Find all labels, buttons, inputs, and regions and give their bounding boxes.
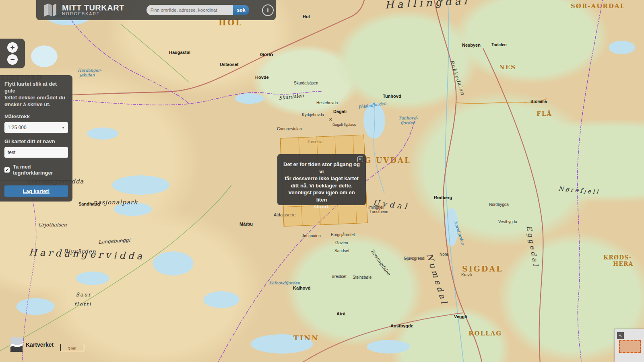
map-label: FLÅ: [537, 111, 552, 117]
map-label: Hardanger-: [78, 68, 101, 72]
scale-label: Målestokk: [4, 113, 68, 119]
map-label: Kalhovdfjorden: [269, 281, 300, 285]
close-icon[interactable]: ✕: [357, 156, 363, 162]
search-bar: søk: [147, 5, 249, 15]
print-panel: Flytt kartet slik at det gule feltet dek…: [0, 75, 72, 202]
trail-line: [0, 185, 231, 352]
map-label: Nore: [440, 253, 448, 257]
map-label: Dagali flyplass: [332, 123, 356, 127]
zoom-in-button[interactable]: +: [7, 42, 18, 53]
app-subtitle: NORGESKART: [62, 12, 124, 16]
map-label: Turistheim: [369, 210, 388, 214]
legend-checkbox-label: Ta med tegnforklaringer: [13, 164, 68, 176]
map-label: Steinsbøle: [353, 276, 372, 280]
print-instruction: Flytt kartet slik at det gule feltet dek…: [4, 80, 68, 108]
map-label: Jønsnuten: [302, 234, 321, 238]
map-label: Nesbyen: [462, 43, 481, 47]
map-label: SØR-AURDAL: [571, 3, 625, 9]
chevron-down-icon: ▼: [62, 126, 65, 130]
kartverket-logo-icon: [10, 337, 23, 352]
attribution-brand: Kartverket: [26, 341, 54, 348]
map-label: Rødberg: [434, 195, 452, 200]
map-label: jøkulen: [80, 73, 95, 77]
road-line: [300, 313, 463, 362]
map-label: HERA: [613, 261, 633, 267]
map-label: Tunhovd: [383, 94, 401, 99]
folded-map-icon: [43, 4, 58, 16]
map-label: NES: [499, 64, 516, 70]
scale-bar-label: 5 km: [68, 346, 76, 351]
map-label: Tunhovd-: [398, 116, 417, 120]
map-label: Kalhovd: [293, 286, 310, 290]
legend-checkbox[interactable]: [4, 167, 10, 173]
scale-select[interactable]: 1:25 000 ▼: [4, 122, 68, 133]
map-label: Grjothalsen: [38, 222, 67, 227]
map-name-input[interactable]: [4, 147, 68, 158]
map-attribution: Kartverket: [10, 337, 54, 352]
map-label: Sandset: [334, 249, 349, 253]
scale-bar: 5 km: [60, 344, 84, 351]
map-label: Nordbygda: [489, 203, 509, 207]
map-label: Dagali: [333, 109, 347, 114]
map-label: Hol: [303, 14, 310, 19]
map-label: Sandhaug: [78, 202, 100, 206]
busy-modal-message: Det er for tiden stor pågang og vi får d…: [277, 154, 366, 217]
map-label: Ustaoset: [220, 62, 238, 67]
map-label: KRØDS-: [603, 255, 632, 260]
river-line: [446, 0, 464, 362]
map-label: flotti: [74, 302, 91, 307]
scale-select-value: 1:25 000: [8, 125, 27, 130]
search-button[interactable]: søk: [233, 5, 249, 15]
map-label: G UVDAL: [365, 157, 411, 164]
map-label: Gjuvsgrendi: [404, 257, 425, 261]
map-label: Veggli: [454, 315, 467, 319]
map-label: Austbygde: [390, 324, 413, 328]
map-label: Vestbygda: [498, 220, 517, 224]
busy-modal: ✕ Det er for tiden stor pågang og vi får…: [277, 154, 366, 205]
map-label: nasjonalpark: [93, 200, 138, 206]
map-label: Imingfjell: [368, 206, 384, 210]
map-label: Skurdalsåsen: [294, 81, 318, 85]
create-map-button[interactable]: Lag kartet!: [4, 185, 68, 197]
boundary-line: [578, 0, 603, 362]
map-label: SIGDAL: [462, 265, 503, 273]
map-label: Saur-: [76, 292, 94, 297]
map-label: Kyrkjehovda: [302, 113, 324, 117]
map-label: Geilo: [260, 52, 273, 57]
river-line: [374, 103, 384, 193]
map-label: Hestehovda: [316, 101, 338, 105]
zoom-out-button[interactable]: −: [7, 54, 18, 65]
overview-map: ↖: [615, 329, 644, 362]
map-label: Mårbu: [239, 222, 253, 226]
map-label: Breidset: [332, 275, 347, 279]
map-label: fjorden: [400, 121, 415, 125]
map-label: Blyvärden: [64, 249, 96, 254]
map-label: Gvonnestulan: [277, 127, 302, 131]
info-icon[interactable]: i: [262, 4, 274, 16]
map-label: Bromma: [530, 100, 547, 104]
map-label: Gavlen: [335, 241, 348, 245]
app-title: MITT TURKART: [62, 4, 124, 12]
map-label: Kravik: [461, 273, 473, 277]
map-label: TINN: [293, 335, 319, 341]
map-label: Haugastøl: [169, 50, 190, 55]
map-name-label: Gi kartet ditt et navn: [4, 138, 68, 144]
app-logo: MITT TURKART NORGESKART: [62, 4, 124, 16]
map-label: Atrå: [336, 312, 345, 316]
map-label: ROLLAG: [469, 331, 502, 337]
map-label: Hovde: [255, 75, 269, 80]
search-input[interactable]: [147, 5, 233, 15]
app-header: MITT TURKART NORGESKART søk i: [36, 0, 276, 20]
map-label: Borgsjåbrotet: [331, 233, 355, 237]
map-label: ✕: [329, 117, 332, 122]
overview-collapse-arrow-icon[interactable]: ↖: [617, 332, 624, 339]
road-line: [434, 0, 482, 362]
overview-extent-box[interactable]: [619, 340, 641, 353]
map-label: Todalen: [491, 43, 507, 47]
zoom-controls: + −: [0, 39, 25, 68]
